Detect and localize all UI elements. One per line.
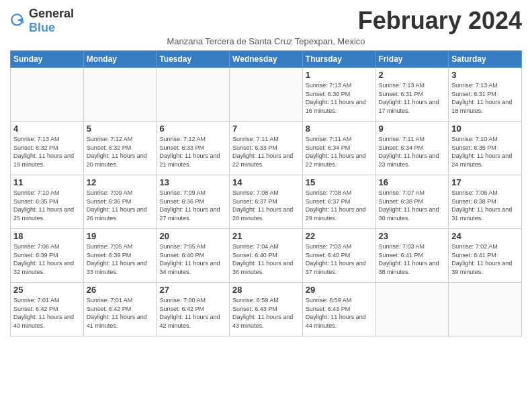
week-row-3: 11Sunrise: 7:10 AM Sunset: 6:35 PM Dayli… (11, 175, 522, 229)
weekday-header-wednesday: Wednesday (230, 51, 303, 68)
day-cell (375, 283, 449, 336)
day-cell: 19Sunrise: 7:05 AM Sunset: 6:39 PM Dayli… (83, 229, 157, 283)
weekday-header-saturday: Saturday (449, 51, 522, 68)
day-info: Sunrise: 7:13 AM Sunset: 6:32 PM Dayligh… (13, 135, 81, 169)
weekday-header-thursday: Thursday (302, 51, 375, 68)
day-cell (11, 68, 84, 122)
weekday-header-sunday: Sunday (11, 51, 84, 68)
day-info: Sunrise: 7:02 AM Sunset: 6:41 PM Dayligh… (451, 242, 519, 276)
day-cell: 10Sunrise: 7:10 AM Sunset: 6:35 PM Dayli… (449, 122, 522, 175)
day-number: 5 (87, 124, 154, 134)
weekday-header-tuesday: Tuesday (157, 51, 230, 68)
day-number: 3 (451, 70, 519, 80)
day-cell: 18Sunrise: 7:06 AM Sunset: 6:39 PM Dayli… (11, 229, 84, 283)
day-info: Sunrise: 7:13 AM Sunset: 6:31 PM Dayligh… (379, 81, 446, 115)
day-cell: 17Sunrise: 7:06 AM Sunset: 6:38 PM Dayli… (449, 175, 522, 229)
day-number: 10 (451, 124, 519, 134)
day-info: Sunrise: 7:09 AM Sunset: 6:36 PM Dayligh… (87, 189, 154, 222)
day-number: 11 (13, 177, 81, 187)
day-number: 14 (232, 177, 300, 187)
day-cell: 24Sunrise: 7:02 AM Sunset: 6:41 PM Dayli… (449, 229, 522, 283)
day-cell: 23Sunrise: 7:03 AM Sunset: 6:41 PM Dayli… (375, 229, 449, 283)
day-info: Sunrise: 7:08 AM Sunset: 6:37 PM Dayligh… (306, 189, 373, 222)
day-cell: 28Sunrise: 6:59 AM Sunset: 6:43 PM Dayli… (230, 283, 303, 336)
day-cell: 27Sunrise: 7:00 AM Sunset: 6:42 PM Dayli… (157, 283, 230, 336)
day-info: Sunrise: 7:13 AM Sunset: 6:31 PM Dayligh… (451, 81, 519, 115)
calendar-table: SundayMondayTuesdayWednesdayThursdayFrid… (10, 50, 522, 336)
logo-general: General (29, 7, 74, 20)
day-info: Sunrise: 7:01 AM Sunset: 6:42 PM Dayligh… (87, 296, 154, 330)
day-cell: 6Sunrise: 7:12 AM Sunset: 6:33 PM Daylig… (157, 122, 230, 175)
day-number: 22 (306, 231, 373, 241)
day-number: 29 (306, 285, 373, 295)
logo: General Blue (10, 7, 74, 35)
logo-text: General Blue (29, 7, 74, 35)
day-number: 1 (306, 70, 373, 80)
day-info: Sunrise: 7:08 AM Sunset: 6:37 PM Dayligh… (232, 189, 300, 222)
day-info: Sunrise: 7:06 AM Sunset: 6:38 PM Dayligh… (451, 189, 519, 222)
day-info: Sunrise: 7:11 AM Sunset: 6:33 PM Dayligh… (232, 135, 300, 169)
logo-icon (10, 13, 26, 29)
day-number: 18 (13, 231, 81, 241)
day-cell: 20Sunrise: 7:05 AM Sunset: 6:40 PM Dayli… (157, 229, 230, 283)
day-cell: 7Sunrise: 7:11 AM Sunset: 6:33 PM Daylig… (230, 122, 303, 175)
day-number: 6 (159, 124, 226, 134)
day-info: Sunrise: 7:00 AM Sunset: 6:42 PM Dayligh… (159, 296, 226, 330)
day-info: Sunrise: 7:04 AM Sunset: 6:40 PM Dayligh… (232, 242, 300, 276)
logo-blue: Blue (29, 21, 55, 34)
month-title: February 2024 (358, 7, 522, 35)
calendar-page: General Blue February 2024 Manzana Terce… (0, 0, 532, 411)
day-cell: 21Sunrise: 7:04 AM Sunset: 6:40 PM Dayli… (230, 229, 303, 283)
weekday-header-row: SundayMondayTuesdayWednesdayThursdayFrid… (11, 51, 522, 68)
week-row-5: 25Sunrise: 7:01 AM Sunset: 6:42 PM Dayli… (11, 283, 522, 336)
day-cell: 26Sunrise: 7:01 AM Sunset: 6:42 PM Dayli… (83, 283, 157, 336)
day-cell: 16Sunrise: 7:07 AM Sunset: 6:38 PM Dayli… (375, 175, 449, 229)
day-number: 15 (306, 177, 373, 187)
day-info: Sunrise: 6:59 AM Sunset: 6:43 PM Dayligh… (306, 296, 373, 330)
day-cell: 12Sunrise: 7:09 AM Sunset: 6:36 PM Dayli… (83, 175, 157, 229)
day-number: 4 (13, 124, 81, 134)
day-info: Sunrise: 7:12 AM Sunset: 6:32 PM Dayligh… (87, 135, 154, 169)
day-cell: 13Sunrise: 7:09 AM Sunset: 6:36 PM Dayli… (157, 175, 230, 229)
day-cell (449, 283, 522, 336)
week-row-1: 1Sunrise: 7:13 AM Sunset: 6:30 PM Daylig… (11, 68, 522, 122)
day-number: 20 (159, 231, 226, 241)
day-info: Sunrise: 7:11 AM Sunset: 6:34 PM Dayligh… (306, 135, 373, 169)
day-info: Sunrise: 7:06 AM Sunset: 6:39 PM Dayligh… (13, 242, 81, 276)
day-cell: 4Sunrise: 7:13 AM Sunset: 6:32 PM Daylig… (11, 122, 84, 175)
week-row-4: 18Sunrise: 7:06 AM Sunset: 6:39 PM Dayli… (11, 229, 522, 283)
day-cell: 22Sunrise: 7:03 AM Sunset: 6:40 PM Dayli… (302, 229, 375, 283)
day-info: Sunrise: 7:13 AM Sunset: 6:30 PM Dayligh… (306, 81, 373, 115)
day-info: Sunrise: 6:59 AM Sunset: 6:43 PM Dayligh… (232, 296, 300, 330)
day-number: 26 (87, 285, 154, 295)
day-number: 8 (306, 124, 373, 134)
day-cell: 1Sunrise: 7:13 AM Sunset: 6:30 PM Daylig… (302, 68, 375, 122)
day-info: Sunrise: 7:10 AM Sunset: 6:35 PM Dayligh… (13, 189, 81, 222)
weekday-header-monday: Monday (83, 51, 157, 68)
day-info: Sunrise: 7:10 AM Sunset: 6:35 PM Dayligh… (451, 135, 519, 169)
day-number: 21 (232, 231, 300, 241)
day-info: Sunrise: 7:05 AM Sunset: 6:39 PM Dayligh… (87, 242, 154, 276)
day-info: Sunrise: 7:03 AM Sunset: 6:41 PM Dayligh… (379, 242, 446, 276)
day-cell: 3Sunrise: 7:13 AM Sunset: 6:31 PM Daylig… (449, 68, 522, 122)
day-info: Sunrise: 7:09 AM Sunset: 6:36 PM Dayligh… (159, 189, 226, 222)
day-number: 9 (379, 124, 446, 134)
day-info: Sunrise: 7:03 AM Sunset: 6:40 PM Dayligh… (306, 242, 373, 276)
day-number: 19 (87, 231, 154, 241)
day-cell: 8Sunrise: 7:11 AM Sunset: 6:34 PM Daylig… (302, 122, 375, 175)
day-cell: 9Sunrise: 7:11 AM Sunset: 6:34 PM Daylig… (375, 122, 449, 175)
day-number: 13 (159, 177, 226, 187)
day-cell: 5Sunrise: 7:12 AM Sunset: 6:32 PM Daylig… (83, 122, 157, 175)
day-cell: 25Sunrise: 7:01 AM Sunset: 6:42 PM Dayli… (11, 283, 84, 336)
day-info: Sunrise: 7:07 AM Sunset: 6:38 PM Dayligh… (379, 189, 446, 222)
day-info: Sunrise: 7:11 AM Sunset: 6:34 PM Dayligh… (379, 135, 446, 169)
day-cell (230, 68, 303, 122)
day-info: Sunrise: 7:01 AM Sunset: 6:42 PM Dayligh… (13, 296, 81, 330)
day-info: Sunrise: 7:12 AM Sunset: 6:33 PM Dayligh… (159, 135, 226, 169)
weekday-header-friday: Friday (375, 51, 449, 68)
day-info: Sunrise: 7:05 AM Sunset: 6:40 PM Dayligh… (159, 242, 226, 276)
day-cell: 14Sunrise: 7:08 AM Sunset: 6:37 PM Dayli… (230, 175, 303, 229)
day-cell (83, 68, 157, 122)
day-number: 12 (87, 177, 154, 187)
subtitle: Manzana Tercera de Santa Cruz Tepexpan, … (10, 36, 522, 46)
